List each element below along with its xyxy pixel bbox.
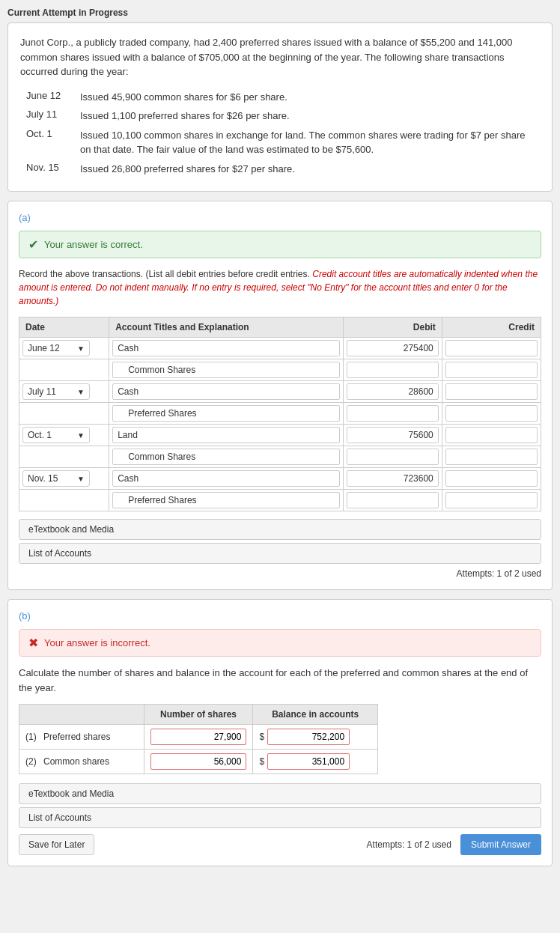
submit-answer-button[interactable]: Submit Answer bbox=[460, 834, 541, 855]
journal-account-cell bbox=[109, 403, 343, 425]
credit-input[interactable] bbox=[445, 340, 538, 356]
journal-credit-cell bbox=[442, 359, 541, 381]
journal-debit-cell bbox=[343, 403, 442, 425]
account-input[interactable] bbox=[112, 340, 339, 356]
x-icon: ✖ bbox=[28, 636, 38, 650]
journal-row bbox=[19, 446, 541, 468]
credit-input[interactable] bbox=[445, 492, 538, 508]
debit-input[interactable] bbox=[347, 492, 439, 508]
transactions-table: June 12 Issued 45,900 common shares for … bbox=[20, 87, 540, 180]
account-input[interactable] bbox=[112, 362, 339, 378]
journal-table-a: Date Account Titles and Explanation Debi… bbox=[19, 317, 541, 511]
tx-desc: Issued 45,900 common shares for $6 per s… bbox=[76, 88, 538, 106]
shares-num: (1) bbox=[25, 732, 37, 742]
account-input[interactable] bbox=[112, 492, 339, 508]
journal-debit-cell bbox=[343, 468, 442, 490]
debit-input[interactable] bbox=[347, 340, 439, 356]
date-dropdown[interactable]: June 12 ▼ bbox=[22, 340, 90, 356]
shares-col-balance: Balance in accounts bbox=[253, 705, 378, 725]
tx-desc: Issued 26,800 preferred shares for $27 p… bbox=[76, 160, 538, 178]
check-icon: ✔ bbox=[28, 237, 38, 252]
journal-debit-cell bbox=[343, 490, 442, 511]
account-input[interactable] bbox=[112, 427, 339, 443]
date-dropdown[interactable]: July 11 ▼ bbox=[22, 383, 90, 400]
debit-input[interactable] bbox=[347, 427, 439, 443]
journal-row bbox=[19, 490, 541, 511]
tx-desc: Issued 10,100 common shares in exchange … bbox=[76, 127, 538, 159]
journal-credit-cell bbox=[442, 468, 541, 490]
problem-intro: Junot Corp., a publicly traded company, … bbox=[20, 35, 540, 79]
credit-input[interactable] bbox=[445, 362, 538, 378]
instructions-a: Record the above transactions. (List all… bbox=[19, 267, 541, 308]
answer-incorrect-banner: ✖ Your answer is incorrect. bbox=[19, 629, 541, 657]
answer-correct-banner: ✔ Your answer is correct. bbox=[19, 231, 541, 258]
date-dropdown[interactable]: Nov. 15 ▼ bbox=[22, 470, 90, 487]
section-a-label: (a) bbox=[19, 212, 541, 223]
credit-input[interactable] bbox=[445, 470, 538, 487]
num-shares-input[interactable] bbox=[150, 729, 247, 745]
etextbook-button-b[interactable]: eTextbook and Media bbox=[19, 783, 541, 804]
account-input[interactable] bbox=[112, 470, 339, 487]
save-for-later-button[interactable]: Save for Later bbox=[19, 834, 94, 855]
etextbook-button-a[interactable]: eTextbook and Media bbox=[19, 519, 541, 540]
chevron-down-icon: ▼ bbox=[77, 431, 85, 440]
journal-credit-cell bbox=[442, 403, 541, 425]
debit-input[interactable] bbox=[347, 405, 439, 422]
journal-row: July 11 ▼ bbox=[19, 381, 541, 403]
balance-input[interactable] bbox=[267, 753, 350, 770]
journal-date-cell bbox=[19, 490, 109, 511]
credit-input[interactable] bbox=[445, 383, 538, 400]
balance-input[interactable] bbox=[267, 729, 350, 745]
list-accounts-button-a[interactable]: List of Accounts bbox=[19, 543, 541, 564]
tx-date: Oct. 1 bbox=[22, 127, 74, 159]
footer-b: Save for Later Attempts: 1 of 2 used Sub… bbox=[19, 834, 541, 855]
transaction-row: July 11 Issued 1,100 preferred shares fo… bbox=[22, 107, 538, 125]
shares-table-b: Number of shares Balance in accounts (1)… bbox=[19, 704, 378, 774]
credit-input[interactable] bbox=[445, 427, 538, 443]
num-shares-input[interactable] bbox=[150, 753, 247, 770]
list-accounts-button-b[interactable]: List of Accounts bbox=[19, 807, 541, 828]
shares-label-cell: (2) Common shares bbox=[19, 750, 144, 774]
journal-account-cell bbox=[109, 425, 343, 446]
transaction-row: Nov. 15 Issued 26,800 preferred shares f… bbox=[22, 160, 538, 178]
dollar-sign: $ bbox=[259, 756, 264, 767]
debit-input[interactable] bbox=[347, 362, 439, 378]
journal-credit-cell bbox=[442, 490, 541, 511]
answer-incorrect-text: Your answer is incorrect. bbox=[44, 637, 150, 648]
section-b-card: (b) ✖ Your answer is incorrect. Calculat… bbox=[7, 599, 553, 866]
chevron-down-icon: ▼ bbox=[77, 344, 85, 353]
date-value: Oct. 1 bbox=[28, 430, 52, 440]
journal-row: June 12 ▼ bbox=[19, 338, 541, 359]
account-input[interactable] bbox=[112, 383, 339, 400]
debit-input[interactable] bbox=[347, 383, 439, 400]
transaction-row: Oct. 1 Issued 10,100 common shares in ex… bbox=[22, 127, 538, 159]
account-input[interactable] bbox=[112, 449, 339, 465]
journal-date-cell: Oct. 1 ▼ bbox=[19, 425, 109, 446]
journal-date-cell: June 12 ▼ bbox=[19, 338, 109, 359]
shares-balance-cell: $ bbox=[253, 725, 378, 750]
journal-date-cell: Nov. 15 ▼ bbox=[19, 468, 109, 490]
col-header-date: Date bbox=[19, 317, 109, 338]
journal-credit-cell bbox=[442, 446, 541, 468]
shares-num: (2) bbox=[25, 756, 37, 767]
shares-balance-cell: $ bbox=[253, 750, 378, 774]
date-value: June 12 bbox=[28, 343, 60, 353]
shares-type-label: Common shares bbox=[43, 756, 109, 767]
journal-debit-cell bbox=[343, 425, 442, 446]
debit-input[interactable] bbox=[347, 449, 439, 465]
chevron-down-icon: ▼ bbox=[77, 388, 85, 396]
journal-row: Oct. 1 ▼ bbox=[19, 425, 541, 446]
shares-num-cell bbox=[144, 750, 253, 774]
credit-input[interactable] bbox=[445, 405, 538, 422]
account-input[interactable] bbox=[112, 405, 339, 422]
section-b-label: (b) bbox=[19, 610, 541, 622]
journal-date-cell bbox=[19, 403, 109, 425]
chevron-down-icon: ▼ bbox=[77, 475, 85, 483]
attempts-a: Attempts: 1 of 2 used bbox=[19, 568, 541, 579]
shares-col-label bbox=[19, 705, 144, 725]
debit-input[interactable] bbox=[347, 470, 439, 487]
date-dropdown[interactable]: Oct. 1 ▼ bbox=[22, 427, 90, 443]
credit-input[interactable] bbox=[445, 449, 538, 465]
tx-date: June 12 bbox=[22, 88, 74, 106]
shares-row: (1) Preferred shares $ bbox=[19, 725, 378, 750]
